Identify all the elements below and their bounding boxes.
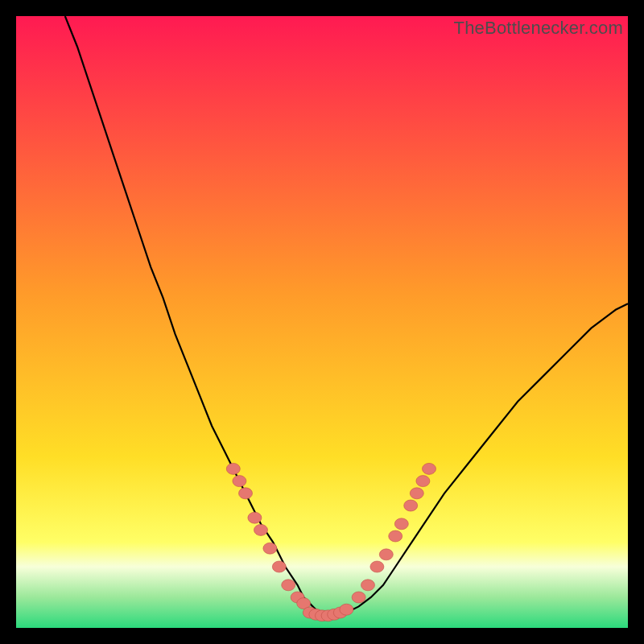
chart-frame: TheBottlenecker.com (16, 16, 628, 628)
curve-dot (370, 561, 384, 572)
curve-dot (389, 530, 402, 542)
curve-dot (379, 549, 393, 560)
chart-canvas (16, 16, 628, 628)
curve-dot (226, 463, 240, 474)
curve-dot (361, 580, 375, 591)
curve-dot (352, 592, 365, 603)
curve-dot (239, 488, 253, 499)
curve-dot (394, 518, 408, 530)
curve-dot (340, 604, 353, 615)
curve-dot (404, 500, 418, 511)
curve-dot (282, 580, 295, 591)
curve-dot (416, 476, 430, 487)
gradient-background (16, 16, 628, 628)
curve-dot (263, 543, 277, 554)
curve-dot (423, 463, 436, 474)
curve-dot (272, 561, 286, 572)
watermark-text: TheBottlenecker.com (454, 18, 623, 39)
curve-dot (248, 512, 262, 523)
curve-dot (254, 524, 268, 535)
curve-dot (410, 488, 423, 499)
curve-dot (233, 476, 246, 487)
